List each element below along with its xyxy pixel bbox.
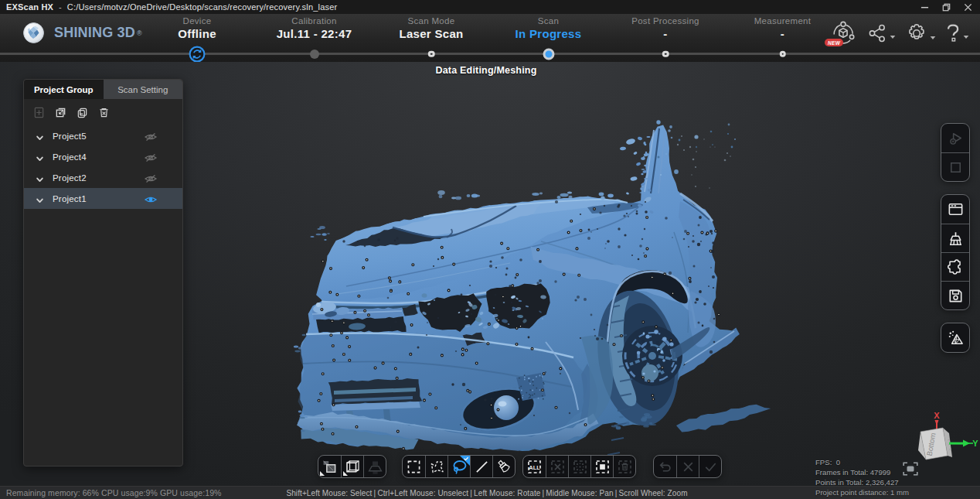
- workflow-step-1[interactable]: Calibration Jul.11 - 22:47: [277, 16, 352, 40]
- new-project-button[interactable]: [32, 105, 46, 120]
- visibility-toggle[interactable]: [144, 152, 158, 162]
- workflow-step-0[interactable]: Device Offline: [178, 16, 216, 40]
- gear-icon: [906, 22, 927, 44]
- axis-y: Y: [949, 439, 978, 448]
- resource-usage-text: Remaining memory: 66% CPU usage:9% GPU u…: [6, 488, 222, 497]
- confirm-button[interactable]: [699, 456, 721, 477]
- chevron-down-icon[interactable]: [36, 132, 44, 140]
- chevron-down-icon[interactable]: [36, 173, 44, 182]
- step-value: Laser Scan: [399, 27, 463, 40]
- select-all-button[interactable]: ALL: [523, 456, 546, 477]
- workflow-step-2[interactable]: Scan Mode Laser Scan: [399, 16, 463, 40]
- community-button[interactable]: NEW: [829, 20, 857, 46]
- minimize-button[interactable]: [917, 1, 932, 13]
- brush-select-button[interactable]: [492, 456, 515, 477]
- visibility-toggle[interactable]: [144, 173, 158, 183]
- plugins-button[interactable]: [941, 252, 969, 281]
- step-dot-done[interactable]: [310, 50, 319, 59]
- step-value: -: [754, 27, 812, 40]
- delete-project-button[interactable]: [97, 105, 111, 120]
- chevron-down-icon[interactable]: [36, 152, 44, 161]
- cancel-button[interactable]: [676, 456, 699, 477]
- orientation-cube[interactable]: X Bottom Y: [909, 406, 980, 464]
- invert-selection-button[interactable]: [568, 456, 590, 477]
- help-button[interactable]: [946, 23, 969, 43]
- close-button[interactable]: [960, 1, 975, 13]
- import-project-button[interactable]: [53, 105, 68, 120]
- project-row-project1[interactable]: Project1: [24, 188, 182, 209]
- mesh-points-button[interactable]: [941, 323, 969, 352]
- import-project-icon: [55, 107, 66, 118]
- question-icon: [946, 23, 961, 43]
- topbar-icons: NEW: [829, 20, 969, 46]
- share-button[interactable]: [867, 23, 896, 43]
- restore-button[interactable]: [938, 1, 954, 13]
- undo-button[interactable]: [654, 456, 676, 477]
- rectangle-select-button[interactable]: [403, 456, 425, 477]
- unselect-all-button[interactable]: [546, 456, 568, 477]
- project-name: Project5: [53, 132, 87, 141]
- chevron-down-icon[interactable]: [36, 194, 44, 203]
- project-name: Project1: [53, 194, 87, 203]
- visibility-off-icon: [144, 153, 158, 162]
- visibility-toggle[interactable]: [144, 131, 158, 141]
- project-panel-button[interactable]: [941, 195, 969, 224]
- tab-project-group[interactable]: Project Group: [24, 80, 104, 99]
- view-tools-group: [318, 455, 386, 478]
- mouse-hints-text: Shift+Left Mouse: Select | Ctrl+Left Mou…: [286, 489, 687, 497]
- delete-selected-button[interactable]: [613, 456, 635, 477]
- cut-plane-icon: [947, 159, 965, 176]
- rectangle-select-icon: [405, 458, 423, 476]
- workflow-step-4[interactable]: Post Processing -: [631, 16, 699, 40]
- align-run-icon: [947, 129, 965, 147]
- save-data-button[interactable]: [941, 281, 969, 309]
- lasso-select-button[interactable]: [447, 456, 470, 477]
- close-icon: [964, 3, 972, 12]
- selection-ops-group: ALL: [522, 455, 636, 478]
- duplicate-project-button[interactable]: [75, 105, 90, 120]
- project-name: Project4: [53, 152, 87, 162]
- cut-plane-button[interactable]: [941, 152, 969, 181]
- show-planes-button[interactable]: [318, 456, 341, 477]
- brand: SHINING 3D ®: [23, 22, 142, 43]
- tab-scan-setting[interactable]: Scan Setting: [104, 80, 183, 99]
- window-controls: [917, 0, 975, 14]
- step-dot-device[interactable]: [189, 46, 206, 63]
- panel-window-icon: [947, 200, 965, 218]
- project-row-project4[interactable]: Project4: [24, 146, 182, 167]
- viewport-3d[interactable]: Project Group Scan Setting Project5 Proj…: [0, 62, 980, 486]
- project-list: Project5 Project4 Project2 Project1: [24, 125, 182, 209]
- step-dot-pending[interactable]: [428, 50, 435, 57]
- fullscreen-button[interactable]: [903, 462, 918, 476]
- polygon-select-button[interactable]: [425, 456, 447, 477]
- caret-down-icon: [963, 29, 969, 43]
- step-dot-active[interactable]: [543, 48, 554, 60]
- show-wireframe-cube-button[interactable]: [341, 456, 363, 477]
- active-step-sublabel: Data Editing/Meshing: [435, 65, 536, 76]
- project-toolbar: [24, 99, 182, 125]
- stat-fps: FPS: 0: [815, 458, 909, 468]
- step-dot-pending[interactable]: [779, 50, 786, 57]
- fullscreen-frame-icon: [903, 462, 918, 476]
- workflow-step-3[interactable]: Scan In Progress: [516, 16, 582, 40]
- stat-frames: Frames in Total: 47999: [815, 468, 909, 478]
- settings-button[interactable]: [906, 22, 936, 44]
- project-row-project5[interactable]: Project5: [24, 125, 182, 146]
- delete-selected-icon: [616, 458, 634, 476]
- step-dot-pending[interactable]: [662, 50, 669, 57]
- project-name: Project2: [53, 173, 87, 183]
- visibility-off-icon: [144, 174, 158, 183]
- select-connected-icon: [594, 458, 611, 476]
- right-toolbar-group-align: [941, 123, 970, 182]
- align-button[interactable]: [941, 124, 969, 152]
- restore-icon: [942, 3, 951, 12]
- project-row-project2[interactable]: Project2: [24, 167, 182, 188]
- clean-data-button[interactable]: [941, 224, 969, 252]
- visibility-toggle[interactable]: [144, 193, 158, 203]
- floppy-disk-icon: [947, 287, 965, 305]
- workflow-step-5[interactable]: Measurement -: [754, 16, 812, 40]
- line-select-button[interactable]: [470, 456, 492, 477]
- select-connected-button[interactable]: [590, 456, 613, 477]
- show-frustum-button[interactable]: [363, 456, 386, 477]
- step-value: Offline: [178, 27, 216, 40]
